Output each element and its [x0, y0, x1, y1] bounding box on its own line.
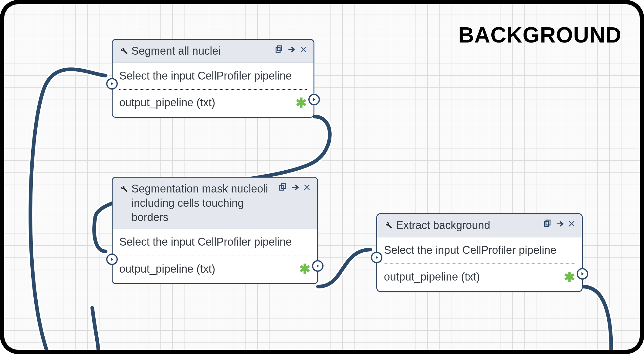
output-label: output_pipeline (txt) — [119, 262, 215, 277]
input-label: Select the input CellProfiler pipeline — [119, 236, 292, 248]
output-row[interactable]: output_pipeline (txt) ✱ — [384, 268, 575, 284]
output-row[interactable]: output_pipeline (txt) ✱ — [119, 260, 310, 277]
run-arrow-icon[interactable] — [290, 182, 300, 192]
input-row[interactable]: Select the input CellProfiler pipeline — [384, 243, 575, 262]
node-header[interactable]: Segment all nuclei — [113, 40, 314, 63]
node-title: Segmentation mask nucleoli including cel… — [131, 182, 278, 224]
connection-wires — [4, 4, 640, 350]
node-body: Select the input CellProfiler pipeline o… — [113, 229, 317, 283]
section-label-background: BACKGROUND — [458, 22, 622, 47]
close-icon[interactable] — [303, 183, 312, 192]
node-body: Select the input CellProfiler pipeline o… — [113, 63, 314, 117]
wrench-icon — [383, 220, 392, 229]
run-arrow-icon[interactable] — [555, 219, 565, 229]
node-header[interactable]: Extract background — [377, 214, 582, 237]
io-divider — [384, 264, 575, 264]
input-row[interactable]: Select the input CellProfiler pipeline — [119, 69, 307, 88]
input-row[interactable]: Select the input CellProfiler pipeline — [119, 235, 310, 254]
required-asterisk-icon: ✱ — [299, 262, 310, 276]
output-port[interactable] — [308, 94, 320, 105]
output-port[interactable] — [312, 260, 324, 272]
io-divider — [119, 256, 310, 256]
input-label: Select the input CellProfiler pipeline — [384, 244, 556, 256]
input-port[interactable] — [106, 254, 118, 265]
node-body: Select the input CellProfiler pipeline o… — [377, 237, 582, 291]
wrench-icon — [118, 45, 128, 55]
workflow-node-extract-background[interactable]: Extract background Select the input Cell… — [376, 213, 583, 292]
duplicate-icon[interactable] — [542, 219, 552, 229]
wrench-icon — [118, 183, 128, 193]
workflow-canvas[interactable]: BACKGROUND Segment all nuclei Sel — [0, 0, 644, 354]
node-title: Segment all nuclei — [131, 44, 274, 58]
required-asterisk-icon: ✱ — [296, 96, 307, 110]
io-divider — [119, 89, 307, 90]
input-label: Select the input CellProfiler pipeline — [119, 70, 292, 82]
input-port[interactable] — [106, 78, 118, 90]
node-title: Extract background — [396, 218, 542, 233]
required-asterisk-icon: ✱ — [564, 271, 575, 284]
workflow-node-segment-all-nuclei[interactable]: Segment all nuclei Select the input Cell… — [112, 39, 314, 118]
node-header[interactable]: Segmentation mask nucleoli including cel… — [113, 178, 317, 229]
duplicate-icon[interactable] — [278, 182, 287, 192]
output-label: output_pipeline (txt) — [384, 270, 480, 284]
workflow-node-segmentation-mask-nucleoli[interactable]: Segmentation mask nucleoli including cel… — [112, 177, 318, 284]
close-icon[interactable] — [568, 220, 576, 228]
output-row[interactable]: output_pipeline (txt) ✱ — [119, 94, 307, 110]
run-arrow-icon[interactable] — [287, 45, 297, 54]
output-label: output_pipeline (txt) — [119, 95, 215, 110]
output-port[interactable] — [577, 268, 588, 280]
close-icon[interactable] — [300, 45, 308, 54]
input-port[interactable] — [371, 252, 382, 263]
duplicate-icon[interactable] — [274, 45, 284, 54]
